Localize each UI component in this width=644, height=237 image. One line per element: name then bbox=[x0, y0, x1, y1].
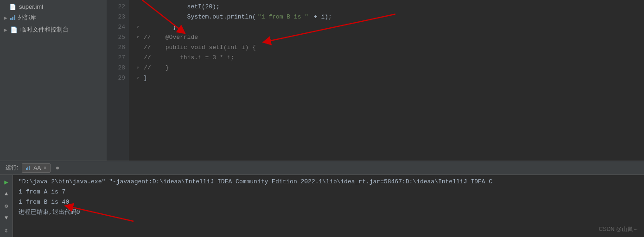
sidebar-item-external-libs[interactable]: ▶ 外部库 bbox=[0, 12, 107, 24]
temp-files-label: 临时文件和控制台 bbox=[20, 25, 69, 34]
panel-separator-dot bbox=[56, 167, 59, 169]
watermark: CSDN @山岚～ bbox=[599, 224, 638, 234]
panel-content: ▶ ▲ ⚙ ▼ ⇕ "D:\java 2\bin\java.exe" "-jav… bbox=[0, 175, 644, 237]
code-line-24: ▿ } bbox=[136, 22, 644, 32]
scroll-down-button[interactable]: ▼ bbox=[2, 214, 11, 222]
play-button[interactable]: ▶ bbox=[2, 178, 11, 186]
run-label: 运行: bbox=[4, 164, 20, 172]
code-line-25: ▿ // @Override bbox=[136, 32, 644, 43]
sidebar: 📄 super.iml ▶ 外部库 ▶ 📄 临时文件和控制台 bbox=[0, 0, 107, 161]
ln-22: 22 bbox=[107, 2, 125, 12]
fold-28[interactable]: ▿ bbox=[136, 63, 142, 73]
ln-25: 25 bbox=[107, 32, 125, 43]
panel-output: "D:\java 2\bin\java.exe" "-javaagent:D:\… bbox=[13, 175, 644, 237]
chevron-icon: ▶ bbox=[4, 15, 7, 20]
bottom-panel: 运行: AA × ▶ ▲ ⚙ ▼ ⇕ "D:\java 2\bin\ja bbox=[0, 161, 644, 237]
tab-close[interactable]: × bbox=[44, 165, 46, 170]
sidebar-item-temp-files[interactable]: ▶ 📄 临时文件和控制台 bbox=[0, 24, 107, 36]
output-line-2: i from B is 40 bbox=[19, 197, 638, 207]
code-lines: setI(20); System.out.println("i from B i… bbox=[129, 0, 644, 161]
bar-chart-icon bbox=[10, 14, 15, 21]
fold-27[interactable] bbox=[136, 53, 142, 63]
fold-29[interactable]: ▿ bbox=[136, 73, 142, 83]
ln-28: 28 bbox=[107, 63, 125, 73]
line-numbers: 22 23 24 25 26 27 28 29 bbox=[107, 0, 129, 161]
ln-24: 24 bbox=[107, 22, 125, 32]
tab-label: AA bbox=[33, 165, 41, 171]
fold-26[interactable] bbox=[136, 43, 142, 53]
panel-tabs: 运行: AA × bbox=[0, 161, 644, 175]
tab-icon bbox=[26, 165, 32, 171]
sort-button[interactable]: ⇕ bbox=[2, 226, 11, 234]
main-area: 📄 super.iml ▶ 外部库 ▶ 📄 临时文件和控制台 22 bbox=[0, 0, 644, 161]
ln-29: 29 bbox=[107, 73, 125, 83]
sidebar-item-file[interactable]: 📄 super.iml bbox=[0, 2, 107, 12]
ln-23: 23 bbox=[107, 12, 125, 22]
chevron-icon2: ▶ bbox=[4, 27, 7, 32]
code-content: 22 23 24 25 26 27 28 29 setI(20); bbox=[107, 0, 644, 161]
code-line-29: ▿ } bbox=[136, 73, 644, 83]
temp-files-icon: 📄 bbox=[10, 26, 18, 33]
external-libs-label: 外部库 bbox=[18, 13, 36, 22]
output-line-3: 进程已结束,退出代码0 bbox=[19, 207, 638, 218]
code-line-22: setI(20); bbox=[136, 2, 644, 12]
code-line-27: // this.i = 3 * i; bbox=[136, 53, 644, 63]
scroll-up-button[interactable]: ▲ bbox=[2, 190, 11, 198]
fold-22[interactable] bbox=[136, 2, 142, 12]
code-line-28: ▿ // } bbox=[136, 63, 644, 73]
code-line-23: System.out.println("i from B is " + i); bbox=[136, 12, 644, 22]
panel-tab-aa[interactable]: AA × bbox=[22, 163, 51, 173]
code-line-26: // public void setI(int i) { bbox=[136, 43, 644, 53]
output-cmd-line: "D:\java 2\bin\java.exe" "-javaagent:D:\… bbox=[19, 177, 638, 187]
fold-24[interactable]: ▿ bbox=[136, 22, 142, 32]
file-label: super.iml bbox=[19, 3, 43, 10]
ln-27: 27 bbox=[107, 53, 125, 63]
file-icon: 📄 bbox=[9, 4, 16, 10]
panel-controls: ▶ ▲ ⚙ ▼ ⇕ bbox=[0, 175, 13, 237]
code-area: 22 23 24 25 26 27 28 29 setI(20); bbox=[107, 0, 644, 161]
output-line-1: i from A is 7 bbox=[19, 187, 638, 197]
settings-button[interactable]: ⚙ bbox=[2, 202, 11, 210]
fold-23[interactable] bbox=[136, 12, 142, 22]
fold-25[interactable]: ▿ bbox=[136, 32, 142, 43]
ln-26: 26 bbox=[107, 43, 125, 53]
